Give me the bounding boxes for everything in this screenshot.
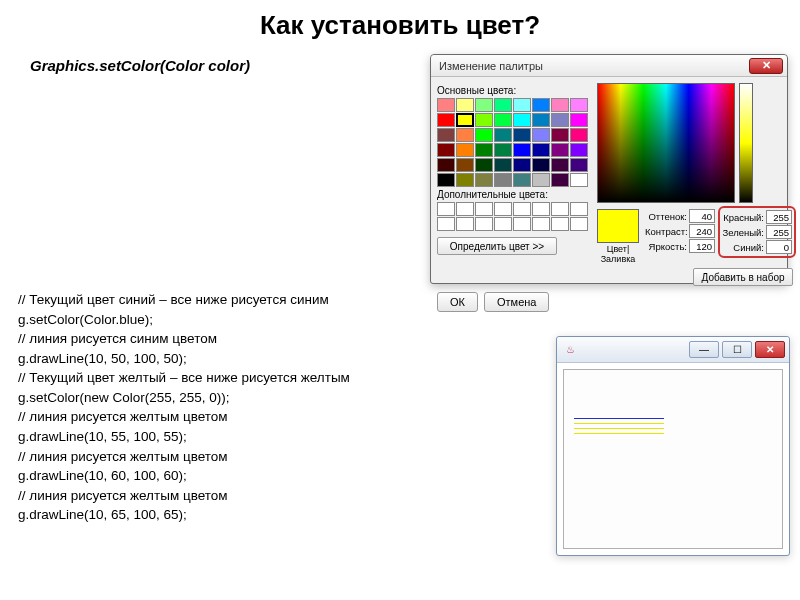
hsl-inputs: Оттенок: Контраст: Яркость: <box>645 209 715 253</box>
custom-color-slot[interactable] <box>513 202 531 216</box>
red-input[interactable] <box>766 210 792 224</box>
color-swatch[interactable] <box>475 158 493 172</box>
code-line: // линия рисуется синим цветом <box>18 329 350 349</box>
color-swatch[interactable] <box>437 173 455 187</box>
custom-color-slot[interactable] <box>456 217 474 231</box>
custom-color-slot[interactable] <box>437 217 455 231</box>
green-input[interactable] <box>766 225 792 239</box>
code-line: // Текущий цвет синий – все ниже рисуетс… <box>18 290 350 310</box>
color-swatch[interactable] <box>456 173 474 187</box>
color-swatch[interactable] <box>475 173 493 187</box>
color-swatch[interactable] <box>437 128 455 142</box>
color-swatch[interactable] <box>551 143 569 157</box>
code-sample: // Текущий цвет синий – все ниже рисуетс… <box>18 290 350 525</box>
lum-input[interactable] <box>689 239 715 253</box>
code-line: g.setColor(Color.blue); <box>18 310 350 330</box>
dialog-close-button[interactable]: ✕ <box>749 58 783 74</box>
custom-color-slot[interactable] <box>570 217 588 231</box>
add-to-custom-button[interactable]: Добавить в набор <box>693 268 793 286</box>
color-swatch[interactable] <box>475 143 493 157</box>
java-canvas <box>563 369 783 549</box>
color-swatch[interactable] <box>570 128 588 142</box>
color-swatch[interactable] <box>437 158 455 172</box>
color-swatch[interactable] <box>437 143 455 157</box>
color-swatch[interactable] <box>475 98 493 112</box>
close-button[interactable]: ✕ <box>755 341 785 358</box>
color-swatch[interactable] <box>532 158 550 172</box>
hue-saturation-picker[interactable] <box>597 83 735 203</box>
custom-color-slot[interactable] <box>437 202 455 216</box>
cancel-button[interactable]: Отмена <box>484 292 549 312</box>
color-dialog: Изменение палитры ✕ Основные цвета: Допо… <box>430 54 788 284</box>
code-line: g.drawLine(10, 55, 100, 55); <box>18 427 350 447</box>
drawn-line <box>574 423 664 424</box>
minimize-button[interactable]: — <box>689 341 719 358</box>
color-swatch[interactable] <box>570 113 588 127</box>
color-swatch[interactable] <box>513 173 531 187</box>
custom-color-slot[interactable] <box>456 202 474 216</box>
hue-label: Оттенок: <box>645 211 687 222</box>
color-swatch[interactable] <box>437 113 455 127</box>
custom-color-slot[interactable] <box>475 202 493 216</box>
color-swatch[interactable] <box>532 143 550 157</box>
rgb-inputs-highlighted: Красный: Зеленый: Синий: <box>721 209 793 255</box>
custom-color-slot[interactable] <box>513 217 531 231</box>
color-swatch[interactable] <box>551 173 569 187</box>
color-swatch[interactable] <box>456 128 474 142</box>
color-swatch[interactable] <box>570 173 588 187</box>
color-swatch[interactable] <box>532 98 550 112</box>
color-swatch[interactable] <box>494 128 512 142</box>
sat-input[interactable] <box>689 224 715 238</box>
color-swatch[interactable] <box>532 128 550 142</box>
custom-color-slot[interactable] <box>551 217 569 231</box>
color-swatch[interactable] <box>551 113 569 127</box>
custom-color-slot[interactable] <box>551 202 569 216</box>
color-swatch[interactable] <box>456 98 474 112</box>
color-swatch[interactable] <box>475 113 493 127</box>
drawn-line <box>574 428 664 429</box>
code-line: g.drawLine(10, 65, 100, 65); <box>18 505 350 525</box>
color-swatch[interactable] <box>551 128 569 142</box>
color-swatch[interactable] <box>494 173 512 187</box>
color-swatch[interactable] <box>551 98 569 112</box>
ok-button[interactable]: ОК <box>437 292 478 312</box>
maximize-button[interactable]: ☐ <box>722 341 752 358</box>
code-line: // Текущий цвет желтый – все ниже рисует… <box>18 368 350 388</box>
color-swatch[interactable] <box>494 143 512 157</box>
color-swatch[interactable] <box>513 158 531 172</box>
color-swatch[interactable] <box>532 173 550 187</box>
basic-colors-label: Основные цвета: <box>437 85 591 96</box>
color-swatch[interactable] <box>475 128 493 142</box>
color-swatch[interactable] <box>570 143 588 157</box>
blue-input[interactable] <box>766 240 792 254</box>
luminance-slider[interactable] <box>739 83 753 203</box>
custom-color-slot[interactable] <box>532 202 550 216</box>
basic-colors-grid <box>437 98 591 187</box>
color-swatch[interactable] <box>570 158 588 172</box>
custom-color-slot[interactable] <box>532 217 550 231</box>
custom-color-slot[interactable] <box>475 217 493 231</box>
code-line: // линия рисуется желтым цветом <box>18 407 350 427</box>
code-line: g.drawLine(10, 50, 100, 50); <box>18 349 350 369</box>
color-swatch[interactable] <box>494 98 512 112</box>
color-swatch[interactable] <box>456 158 474 172</box>
color-swatch[interactable] <box>494 113 512 127</box>
color-swatch[interactable] <box>513 143 531 157</box>
color-swatch[interactable] <box>456 113 474 127</box>
hue-input[interactable] <box>689 209 715 223</box>
color-swatch[interactable] <box>570 98 588 112</box>
color-swatch[interactable] <box>437 98 455 112</box>
custom-color-slot[interactable] <box>570 202 588 216</box>
color-swatch[interactable] <box>456 143 474 157</box>
custom-color-slot[interactable] <box>494 202 512 216</box>
color-swatch[interactable] <box>513 113 531 127</box>
color-swatch[interactable] <box>551 158 569 172</box>
color-swatch[interactable] <box>494 158 512 172</box>
green-label: Зеленый: <box>722 227 764 238</box>
custom-color-slot[interactable] <box>494 217 512 231</box>
color-swatch[interactable] <box>532 113 550 127</box>
color-swatch[interactable] <box>513 98 531 112</box>
color-swatch[interactable] <box>513 128 531 142</box>
define-color-button[interactable]: Определить цвет >> <box>437 237 557 255</box>
color-preview <box>597 209 639 243</box>
